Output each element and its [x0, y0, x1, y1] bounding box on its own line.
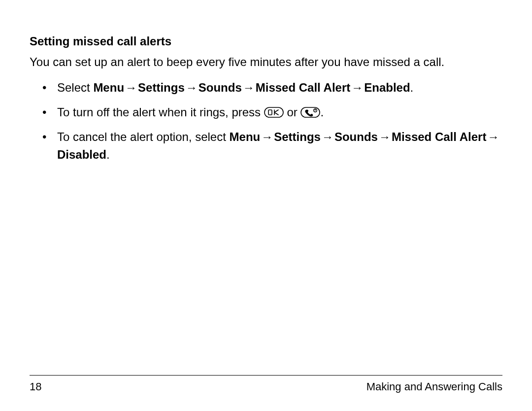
arrow-icon: → [124, 79, 138, 97]
arrow-icon: → [185, 79, 199, 97]
menu-path-item: Sounds [334, 130, 378, 143]
text-suffix: . [410, 81, 414, 94]
text-suffix: . [106, 148, 110, 161]
menu-path-item: Menu [230, 130, 261, 143]
intro-paragraph: You can set up an alert to beep every fi… [30, 54, 502, 70]
page-footer: 18 Making and Answering Calls [30, 375, 502, 393]
text-prefix: To cancel the alert option, select [57, 130, 230, 143]
menu-path-item: Settings [274, 130, 321, 143]
footer-rule [30, 375, 502, 376]
arrow-icon: → [378, 128, 392, 146]
end-call-key-icon [300, 107, 320, 118]
svg-rect-1 [268, 110, 272, 115]
svg-rect-0 [265, 107, 283, 117]
arrow-icon: → [242, 79, 256, 97]
ok-key-icon [264, 107, 284, 118]
menu-path-item: Sounds [199, 81, 242, 94]
text-prefix: Select [57, 81, 93, 94]
arrow-icon: → [486, 128, 500, 146]
menu-path-item: Missed Call Alert [392, 130, 487, 143]
arrow-icon: → [260, 128, 274, 146]
text-prefix: To turn off the alert when it rings, pre… [57, 105, 264, 119]
menu-path-item: Missed Call Alert [256, 81, 351, 94]
list-item: To cancel the alert option, select Menu→… [42, 128, 502, 164]
list-item: To turn off the alert when it rings, pre… [42, 103, 502, 121]
menu-path-item: Settings [138, 81, 185, 94]
section-title: Making and Answering Calls [366, 380, 502, 393]
menu-path-item: Disabled [57, 148, 106, 161]
menu-path-item: Menu [93, 81, 124, 94]
manual-page: Setting missed call alerts You can set u… [0, 0, 532, 411]
section-heading: Setting missed call alerts [30, 34, 502, 48]
arrow-icon: → [321, 128, 334, 146]
text-suffix: . [320, 105, 324, 119]
page-number: 18 [30, 380, 41, 393]
menu-path-item: Enabled [364, 81, 410, 94]
list-item: Select Menu→Settings→Sounds→Missed Call … [42, 79, 502, 97]
arrow-icon: → [350, 79, 364, 97]
text-mid: or [284, 105, 301, 119]
instruction-list: Select Menu→Settings→Sounds→Missed Call … [42, 79, 502, 164]
